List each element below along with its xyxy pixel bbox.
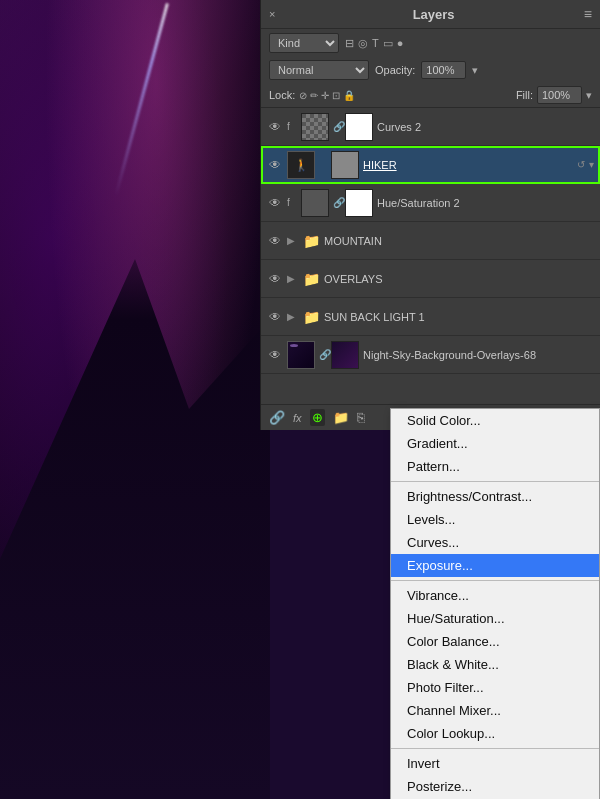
kind-dropdown[interactable]: Kind [269, 33, 339, 53]
layer-expand-icon[interactable]: ▾ [589, 159, 594, 170]
menu-item-photo-filter[interactable]: Photo Filter... [391, 676, 599, 699]
panel-header: × Layers ≡ [261, 0, 600, 29]
layer-mask-thumbnail [345, 113, 373, 141]
menu-item-hue-saturation[interactable]: Hue/Saturation... [391, 607, 599, 630]
layer-link-icon: 🔗 [333, 121, 341, 132]
fill-arrow[interactable]: ▾ [586, 89, 592, 102]
menu-item-solid-color[interactable]: Solid Color... [391, 409, 599, 432]
layer-link-icon: 🔗 [333, 197, 341, 208]
menu-item-color-lookup[interactable]: Color Lookup... [391, 722, 599, 745]
adjustment-dropdown-menu: Solid Color... Gradient... Pattern... Br… [390, 408, 600, 799]
menu-item-invert[interactable]: Invert [391, 752, 599, 775]
layer-name: MOUNTAIN [324, 235, 594, 247]
visibility-icon[interactable]: 👁 [267, 196, 283, 210]
layer-mask-thumbnail [331, 151, 359, 179]
group-collapse-icon[interactable]: ▶ [287, 235, 299, 246]
lock-icons: ⊘ ✏ ✛ ⊡ 🔒 [299, 90, 355, 101]
new-group-icon[interactable]: 📁 [333, 410, 349, 425]
menu-item-brightness-contrast[interactable]: Brightness/Contrast... [391, 485, 599, 508]
lock-all-icon[interactable]: 🔒 [343, 90, 355, 101]
menu-item-posterize[interactable]: Posterize... [391, 775, 599, 798]
layers-panel: × Layers ≡ Kind ⊟ ◎ T ▭ ● Normal Opacity… [260, 0, 600, 430]
lock-transparent-icon[interactable]: ⊘ [299, 90, 307, 101]
shape-icon[interactable]: ▭ [383, 37, 393, 50]
layer-row[interactable]: 👁 ▶ 📁 SUN BACK LIGHT 1 [261, 298, 600, 336]
blend-row: Normal Opacity: ▾ [261, 57, 600, 83]
close-icon[interactable]: × [269, 8, 275, 20]
menu-item-black-white[interactable]: Black & White... [391, 653, 599, 676]
menu-divider [391, 748, 599, 749]
opacity-arrow[interactable]: ▾ [472, 64, 478, 77]
layer-mask-thumbnail [345, 189, 373, 217]
lock-pixels-icon[interactable]: ✏ [310, 90, 318, 101]
visibility-icon[interactable]: 👁 [267, 310, 283, 324]
folder-icon: 📁 [303, 271, 320, 287]
adjustment-icon[interactable]: ◎ [358, 37, 368, 50]
layer-name: Hue/Saturation 2 [377, 197, 594, 209]
blend-mode-dropdown[interactable]: Normal [269, 60, 369, 80]
layer-thumbnail [301, 189, 329, 217]
group-collapse-icon[interactable]: ▶ [287, 273, 299, 284]
menu-item-levels[interactable]: Levels... [391, 508, 599, 531]
menu-item-curves[interactable]: Curves... [391, 531, 599, 554]
menu-item-exposure[interactable]: Exposure... [391, 554, 599, 577]
layer-thumbnail [301, 113, 329, 141]
pixel-filter-icon[interactable]: ⊟ [345, 37, 354, 50]
layer-row[interactable]: 👁 f 🔗 Curves 2 [261, 108, 600, 146]
lock-label: Lock: [269, 89, 295, 101]
opacity-input[interactable] [421, 61, 466, 79]
panel-menu-icon[interactable]: ≡ [584, 6, 592, 22]
menu-item-channel-mixer[interactable]: Channel Mixer... [391, 699, 599, 722]
layers-list: 👁 f 🔗 Curves 2 👁 🚶 HIKER ↺ ▾ 👁 f [261, 108, 600, 404]
visibility-icon[interactable]: 👁 [267, 234, 283, 248]
folder-icon: 📁 [303, 233, 320, 249]
kind-icons: ⊟ ◎ T ▭ ● [345, 37, 403, 50]
link-layers-icon[interactable]: 🔗 [269, 410, 285, 425]
layer-row[interactable]: 👁 🔗 Night-Sky-Background-Overlays-68 [261, 336, 600, 374]
layer-row[interactable]: 👁 f 🔗 Hue/Saturation 2 [261, 184, 600, 222]
kind-row: Kind ⊟ ◎ T ▭ ● [261, 29, 600, 57]
lock-position-icon[interactable]: ✛ [321, 90, 329, 101]
menu-item-gradient[interactable]: Gradient... [391, 432, 599, 455]
fx-icon[interactable]: fx [293, 412, 302, 424]
layer-row[interactable]: 👁 ▶ 📁 OVERLAYS [261, 260, 600, 298]
opacity-label: Opacity: [375, 64, 415, 76]
group-collapse-icon[interactable]: ▶ [287, 311, 299, 322]
menu-item-vibrance[interactable]: Vibrance... [391, 584, 599, 607]
folder-icon: 📁 [303, 309, 320, 325]
new-fill-adjustment-icon[interactable]: ⊕ [310, 409, 325, 426]
mountain-silhouette [0, 199, 270, 799]
visibility-icon[interactable]: 👁 [267, 158, 283, 172]
layer-history-icon: ↺ [577, 159, 585, 170]
layer-fx-icon: f [287, 197, 297, 208]
layer-name: Night-Sky-Background-Overlays-68 [363, 349, 594, 361]
layer-row[interactable]: 👁 🚶 HIKER ↺ ▾ [261, 146, 600, 184]
menu-item-color-balance[interactable]: Color Balance... [391, 630, 599, 653]
visibility-icon[interactable]: 👁 [267, 272, 283, 286]
layer-link-icon: 🔗 [319, 349, 327, 360]
lightning-effect [114, 3, 169, 197]
lock-artboard-icon[interactable]: ⊡ [332, 90, 340, 101]
lock-row: Lock: ⊘ ✏ ✛ ⊡ 🔒 Fill: ▾ [261, 83, 600, 108]
visibility-icon[interactable]: 👁 [267, 120, 283, 134]
menu-item-pattern[interactable]: Pattern... [391, 455, 599, 478]
panel-title: Layers [413, 7, 455, 22]
layer-thumbnail: 🚶 [287, 151, 315, 179]
layer-thumbnail [287, 341, 315, 369]
layer-mask-thumbnail [331, 341, 359, 369]
menu-divider [391, 580, 599, 581]
layer-name: Curves 2 [377, 121, 594, 133]
fill-label: Fill: [516, 89, 533, 101]
background-scene [0, 0, 260, 799]
layer-name: SUN BACK LIGHT 1 [324, 311, 594, 323]
new-layer-icon[interactable]: ⎘ [357, 410, 365, 425]
layer-fx-icon: f [287, 121, 297, 132]
smart-icon[interactable]: ● [397, 37, 404, 50]
layer-row[interactable]: 👁 ▶ 📁 MOUNTAIN [261, 222, 600, 260]
layer-name: OVERLAYS [324, 273, 594, 285]
type-icon[interactable]: T [372, 37, 379, 50]
visibility-icon[interactable]: 👁 [267, 348, 283, 362]
layer-name: HIKER [363, 159, 573, 171]
menu-divider [391, 481, 599, 482]
fill-input[interactable] [537, 86, 582, 104]
